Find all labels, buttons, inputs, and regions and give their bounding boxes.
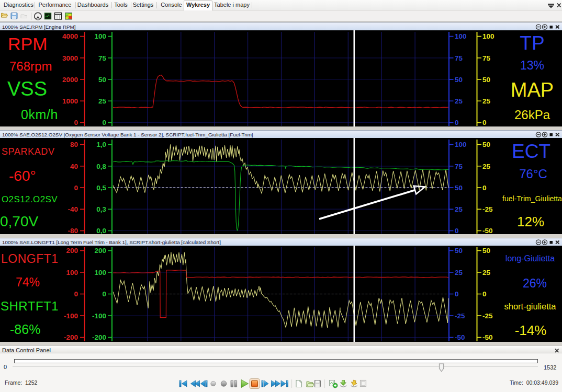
svg-text:-25: -25 (455, 312, 465, 320)
svg-text:-60°: -60° (9, 168, 36, 184)
svg-text:1000: 1000 (62, 97, 78, 105)
svg-text:-200: -200 (92, 333, 106, 341)
svg-text:long-Giulietta: long-Giulietta (505, 254, 555, 263)
svg-text:-86%: -86% (10, 322, 40, 337)
svg-text:SPARKADV: SPARKADV (2, 146, 55, 157)
svg-text:-80: -80 (68, 227, 78, 234)
svg-text:200: 200 (94, 247, 106, 255)
svg-text:13%: 13% (520, 59, 544, 72)
svg-text:0: 0 (455, 119, 459, 126)
svg-text:50: 50 (455, 247, 463, 255)
svg-text:MAP: MAP (511, 79, 554, 101)
svg-text:25: 25 (455, 205, 463, 213)
svg-text:SHRTFT1: SHRTFT1 (1, 299, 59, 313)
svg-text:25: 25 (455, 269, 463, 276)
svg-text:50: 50 (482, 76, 490, 84)
svg-text:1,0: 1,0 (96, 141, 106, 148)
svg-text:-25: -25 (482, 312, 493, 320)
svg-text:0,0: 0,0 (96, 227, 106, 234)
svg-text:0: 0 (102, 119, 106, 126)
svg-text:0: 0 (482, 184, 487, 192)
svg-text:0km/h: 0km/h (21, 107, 58, 122)
svg-text:100: 100 (482, 32, 494, 40)
svg-text:-40: -40 (68, 205, 78, 213)
svg-text:0,8: 0,8 (96, 163, 106, 170)
svg-text:0: 0 (455, 227, 459, 234)
svg-text:short-giulietta: short-giulietta (504, 302, 556, 311)
svg-text:75: 75 (482, 54, 491, 62)
svg-text:-100: -100 (64, 312, 78, 320)
svg-text:75: 75 (455, 54, 463, 62)
svg-text:50: 50 (455, 184, 463, 192)
svg-text:100: 100 (94, 269, 106, 276)
svg-text:768rpm: 768rpm (9, 59, 52, 73)
svg-text:76°C: 76°C (519, 167, 547, 181)
svg-text:RPM: RPM (8, 34, 48, 54)
svg-text:-14%: -14% (515, 322, 547, 338)
svg-text:75: 75 (98, 54, 107, 62)
svg-text:100: 100 (455, 32, 467, 40)
svg-text:-200: -200 (64, 333, 78, 341)
svg-text:0,3: 0,3 (96, 205, 106, 213)
svg-text:74%: 74% (16, 275, 40, 289)
svg-text:0,5: 0,5 (96, 184, 106, 192)
svg-text:25: 25 (482, 269, 491, 276)
svg-text:25: 25 (482, 163, 491, 170)
svg-text:4000: 4000 (62, 32, 78, 40)
svg-text:0: 0 (74, 184, 78, 192)
svg-text:-25: -25 (482, 205, 493, 213)
svg-text:-50: -50 (455, 333, 465, 341)
svg-text:-50: -50 (482, 333, 493, 341)
svg-text:3000: 3000 (62, 54, 78, 62)
svg-text:25: 25 (98, 97, 107, 105)
svg-text:0: 0 (482, 119, 487, 126)
svg-text:VSS: VSS (7, 78, 47, 100)
svg-text:0: 0 (482, 290, 487, 298)
svg-text:25: 25 (455, 97, 463, 105)
svg-text:ECT: ECT (512, 141, 550, 162)
svg-text:O2S12.O2SV: O2S12.O2SV (2, 194, 58, 204)
svg-text:40: 40 (70, 163, 78, 170)
svg-text:TP: TP (520, 32, 544, 54)
svg-text:0: 0 (455, 290, 459, 298)
svg-text:75: 75 (455, 163, 463, 170)
svg-text:50: 50 (482, 141, 490, 148)
svg-text:80: 80 (70, 141, 78, 148)
svg-text:fuel-Trim_Giulietta: fuel-Trim_Giulietta (502, 194, 562, 203)
svg-text:25: 25 (482, 97, 491, 105)
svg-text:100: 100 (455, 141, 467, 148)
svg-text:12%: 12% (517, 214, 544, 229)
svg-text:100: 100 (66, 269, 78, 276)
svg-text:26kPa: 26kPa (514, 108, 550, 122)
svg-text:-100: -100 (92, 312, 106, 320)
svg-text:50: 50 (482, 247, 490, 255)
svg-text:0: 0 (74, 119, 78, 126)
svg-text:100: 100 (94, 32, 106, 40)
svg-text:0: 0 (102, 290, 106, 298)
svg-text:50: 50 (98, 76, 106, 84)
svg-text:LONGFT1: LONGFT1 (1, 252, 59, 266)
svg-text:200: 200 (66, 247, 78, 255)
svg-text:0,70V: 0,70V (0, 213, 38, 229)
svg-text:0: 0 (74, 290, 78, 298)
svg-text:26%: 26% (523, 276, 547, 290)
svg-text:2000: 2000 (62, 76, 78, 84)
svg-text:-50: -50 (482, 227, 493, 234)
svg-text:50: 50 (455, 76, 463, 84)
